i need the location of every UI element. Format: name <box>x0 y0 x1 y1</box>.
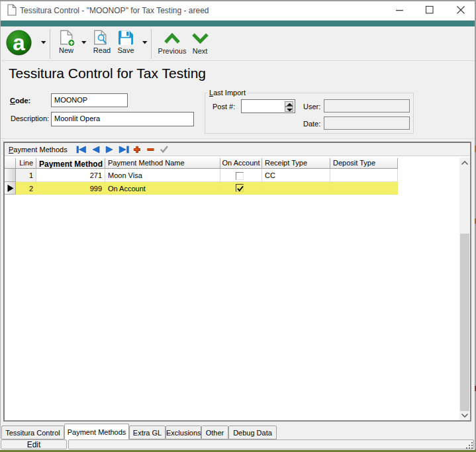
svg-text:a: a <box>13 30 25 55</box>
